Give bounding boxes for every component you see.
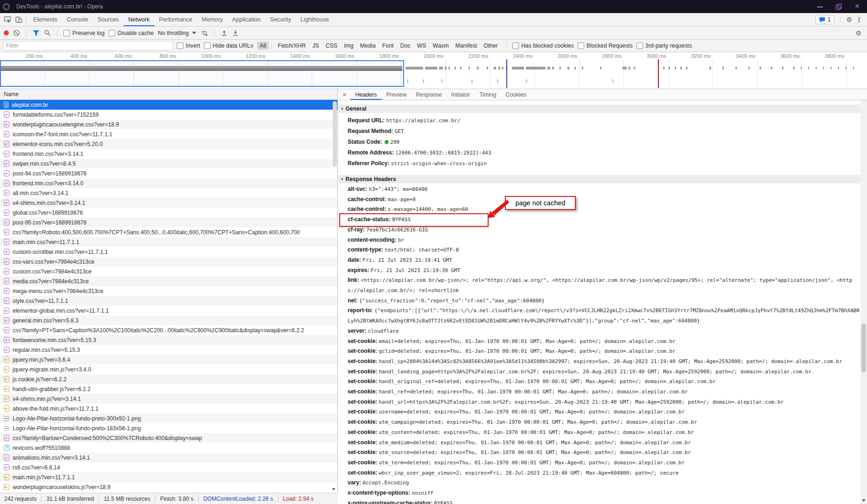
request-row[interactable]: frontend.min.css?ver=3.14.0	[0, 178, 337, 188]
general-section-header[interactable]: ▾ General	[338, 105, 860, 113]
request-row[interactable]: wonderplugincarouselengine.css?ver=18.9	[0, 119, 337, 129]
left-scrollbar-thumb[interactable]	[333, 101, 337, 167]
details-tab-timing[interactable]: Timing	[475, 89, 501, 100]
export-har-icon[interactable]	[232, 29, 239, 37]
details-scrollbar-thumb[interactable]	[861, 323, 866, 372]
filter-type-fetch-xhr[interactable]: Fetch/XHR	[275, 42, 308, 50]
request-row[interactable]: js.cookie.js?ver=6.2.2	[0, 374, 337, 384]
filter-type-all[interactable]: All	[257, 42, 269, 50]
left-scrollbar-down-arrow[interactable]	[332, 488, 336, 490]
request-row[interactable]: above-the-fold.min.js?ver=11.7.1.1	[0, 404, 337, 413]
request-row[interactable]: all.min.css?ver=3.14.1	[0, 188, 337, 198]
tab-console[interactable]: Console	[62, 13, 93, 26]
request-row[interactable]: main.min.css?ver=11.7.1.1	[0, 237, 337, 247]
request-row[interactable]: elementor-global.min.css?ver=11.7.1.1	[0, 306, 337, 315]
network-settings-gear-icon[interactable]: ⚙	[855, 29, 861, 37]
request-row[interactable]: revicons.woff?5510888	[0, 443, 337, 453]
request-row[interactable]: elementor-icons.min.css?ver=5.20.0	[0, 139, 337, 149]
details-tab-preview[interactable]: Preview	[382, 89, 412, 100]
import-har-icon[interactable]	[221, 29, 228, 37]
filter-type-manifest[interactable]: Manifest	[453, 42, 480, 50]
details-tab-headers[interactable]: Headers	[350, 89, 381, 100]
close-details-icon[interactable]: ×	[338, 89, 350, 100]
filter-type-css[interactable]: CSS	[323, 42, 340, 50]
blocked-requests-checkbox[interactable]: Blocked Requests	[578, 42, 633, 49]
restore-button[interactable]	[835, 3, 842, 10]
response-headers-section-header[interactable]: ▾ Response Headers	[338, 175, 860, 183]
request-row[interactable]: handl-utm-grabber.js?ver=6.2.2	[0, 384, 337, 394]
request-row[interactable]: css?family=Barlow+Condensed:500%2C300%7C…	[0, 433, 337, 443]
request-row[interactable]: icomoon-the7-font.min.css?ver=11.7.1.1	[0, 129, 337, 139]
close-window-button[interactable]: ×	[854, 3, 860, 10]
inspect-element-icon[interactable]	[4, 16, 11, 23]
tab-application[interactable]: Application	[227, 13, 265, 26]
record-icon[interactable]	[4, 30, 9, 35]
details-scrollbar-down-arrow[interactable]	[862, 499, 866, 502]
tab-security[interactable]: Security	[266, 13, 296, 26]
tab-lighthouse[interactable]: Lighthouse	[296, 13, 334, 26]
request-row[interactable]: swiper.min.css?ver=8.4.5	[0, 159, 337, 168]
request-row[interactable]: Logo-Ale-Pilar-horizontal-fundo-preto-18…	[0, 423, 337, 433]
settings-gear-icon[interactable]: ⚙	[846, 16, 852, 23]
checkbox[interactable]	[109, 30, 115, 36]
request-row[interactable]: style.css?ver=11.7.1.1	[0, 296, 337, 306]
request-row[interactable]: custom.css?ver=7984e4c313ce	[0, 266, 337, 276]
details-scrollbar[interactable]	[860, 100, 867, 504]
tab-sources[interactable]: Sources	[93, 13, 124, 26]
filter-type-doc[interactable]: Doc	[398, 42, 413, 50]
checkbox[interactable]	[63, 30, 70, 36]
filter-type-media[interactable]: Media	[357, 42, 379, 50]
request-row[interactable]: regular.min.css?ver=5.15.3	[0, 345, 337, 355]
timeline-overview[interactable]: 200 ms400 ms600 ms800 ms1000 ms1200 ms14…	[0, 52, 867, 89]
device-toolbar-icon[interactable]	[15, 16, 22, 23]
filter-type-wasm[interactable]: Wasm	[430, 42, 451, 50]
filter-type-ws[interactable]: WS	[414, 42, 429, 50]
request-row[interactable]: post-95.css?ver=1689918678	[0, 217, 337, 227]
request-row[interactable]: v4-shims.min.css?ver=3.14.1	[0, 198, 337, 208]
tab-network[interactable]: Network	[124, 13, 154, 26]
filter-type-other[interactable]: Other	[481, 42, 501, 50]
third-party-requests-checkbox[interactable]: 3rd-party requests	[636, 42, 692, 49]
request-row[interactable]: jquery-migrate.min.js?ver=3.4.0	[0, 364, 337, 374]
has-blocked-cookies-checkbox[interactable]: Has blocked cookies	[512, 42, 574, 49]
filter-type-font[interactable]: Font	[379, 42, 397, 50]
request-row[interactable]: rs6.css?ver=6.6.14	[0, 462, 337, 472]
search-icon[interactable]	[44, 29, 51, 36]
request-row[interactable]: css?family=PT+Sans+Caption%3A100%2C100it…	[0, 325, 337, 335]
checkbox[interactable]	[636, 42, 643, 49]
checkbox[interactable]	[204, 42, 210, 49]
request-row[interactable]: general.min.css?ver=5.8.3	[0, 315, 337, 325]
filter-funnel-icon[interactable]	[33, 30, 40, 36]
disable-cache-checkbox[interactable]: Disable cache	[109, 30, 154, 36]
tab-memory[interactable]: Memory	[197, 13, 227, 26]
tab-performance[interactable]: Performance	[154, 13, 197, 26]
tab-elements[interactable]: Elements	[28, 13, 62, 26]
filter-type-img[interactable]: Img	[341, 42, 357, 50]
minimize-button[interactable]	[817, 3, 823, 10]
details-tab-initiator[interactable]: Initiator	[447, 89, 475, 100]
details-tab-response[interactable]: Response	[411, 89, 446, 100]
checkbox[interactable]	[578, 42, 584, 49]
request-row[interactable]: formidableforms.css?ver=7152159	[0, 110, 337, 119]
request-row[interactable]: global.css?ver=1689918678	[0, 208, 337, 217]
request-row[interactable]: main.min.js?ver=11.7.1.1	[0, 472, 337, 482]
request-row[interactable]: Logo-Ale-Pilar-horizontal-fundo-preto-30…	[0, 413, 337, 423]
invert-checkbox[interactable]: Invert	[177, 42, 200, 49]
checkbox[interactable]	[177, 42, 183, 49]
request-row[interactable]: alepilar.com.br	[0, 100, 337, 110]
filter-type-js[interactable]: JS	[309, 42, 322, 50]
request-row[interactable]: animations.min.css?ver=3.14.1	[0, 453, 337, 462]
request-row[interactable]: v4-shims.min.js?ver=3.14.1	[0, 394, 337, 404]
kebab-menu-icon[interactable]: ⋮	[856, 16, 862, 23]
request-row[interactable]: media.css?ver=7984e4c313ce	[0, 276, 337, 286]
request-row[interactable]: frontend.min.css?ver=3.14.1	[0, 149, 337, 159]
name-column-header[interactable]: Name	[0, 89, 337, 100]
throttling-dropdown[interactable]: No throttling	[158, 30, 196, 36]
request-row[interactable]: css?family=Roboto:400,500,600,700%7CPT+S…	[0, 227, 337, 237]
issues-button[interactable]: 1	[815, 15, 835, 24]
filter-input[interactable]	[3, 41, 173, 50]
hide-data-urls-checkbox[interactable]: Hide data URLs	[204, 42, 253, 49]
timeline-selection[interactable]	[0, 60, 404, 87]
preserve-log-checkbox[interactable]: Preserve log	[63, 30, 105, 36]
request-row[interactable]: wonderplugincarouselskins.js?ver=18.9	[0, 482, 337, 492]
